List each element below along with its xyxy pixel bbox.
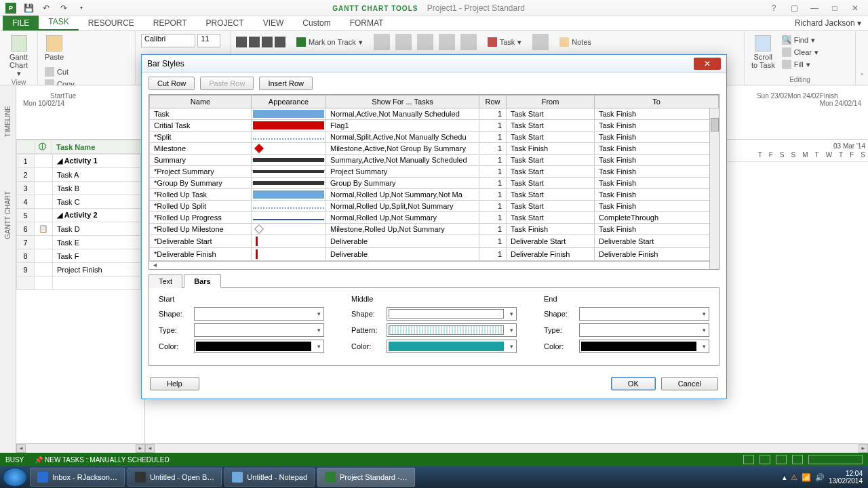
status-newtasks[interactable]: 📌 NEW TASKS : MANUALLY SCHEDULED	[35, 456, 170, 464]
tray-icon[interactable]: 🔊	[815, 473, 825, 482]
auto-sched-icon[interactable]	[395, 34, 412, 50]
taskbar-item-project[interactable]: Project Standard -…	[317, 468, 415, 487]
insert-row-button[interactable]: Insert Row	[259, 77, 313, 90]
undo-icon[interactable]: ↶	[41, 3, 52, 14]
tray-icon[interactable]: ⚠	[791, 473, 797, 482]
table-row[interactable]: 2 Task A	[17, 168, 141, 182]
tab-format[interactable]: FORMAT	[340, 16, 393, 30]
font-size-input[interactable]: 11	[197, 34, 220, 47]
table-row[interactable]: 8 Task F	[17, 249, 141, 263]
cancel-button[interactable]: Cancel	[661, 377, 718, 390]
tab-resource[interactable]: RESOURCE	[79, 16, 144, 30]
end-color-combo[interactable]	[579, 340, 709, 353]
redo-icon[interactable]: ↷	[58, 3, 69, 14]
middle-color-combo[interactable]	[387, 340, 517, 353]
close-icon[interactable]: ✕	[846, 3, 864, 14]
grid-row[interactable]: MilestoneMilestone,Active,Not Group By S…	[150, 143, 719, 155]
cut-button[interactable]: Cut	[43, 66, 108, 77]
qat-dropdown-icon[interactable]: ▾	[76, 3, 87, 14]
help-icon[interactable]: ?	[765, 3, 783, 14]
font-name-input[interactable]: Calibri	[141, 34, 195, 47]
start-button[interactable]	[3, 468, 27, 487]
ribbon-collapse-icon[interactable]: ˄	[856, 31, 868, 85]
schedule-icon[interactable]	[262, 37, 273, 47]
tray-icon[interactable]: ▴	[783, 473, 787, 482]
subtab-text[interactable]: Text	[149, 274, 182, 288]
paste-row-button[interactable]: Paste Row	[200, 77, 254, 90]
table-row[interactable]: 7 Task E	[17, 236, 141, 249]
ok-button[interactable]: OK	[611, 377, 656, 390]
table-row[interactable]: 1 ◢ Activity 1	[17, 155, 141, 168]
system-clock[interactable]: 12:04 13/02/2014	[829, 470, 863, 485]
table-hscroll[interactable]: ◄►	[16, 443, 145, 453]
grid-hscroll-left[interactable]: ◄	[149, 262, 161, 269]
taskbar-item-outlook[interactable]: Inbox - RJackson…	[30, 468, 125, 487]
grid-row[interactable]: *Deliverable StartDeliverable1Deliverabl…	[150, 235, 719, 248]
grid-row[interactable]: *Rolled Up MilestoneMilestone,Rolled Up,…	[150, 224, 719, 235]
grid-row[interactable]: Critial TaskFlag11Task StartTask Finish	[150, 120, 719, 131]
cut-row-button[interactable]: Cut Row	[149, 77, 195, 90]
scroll-to-task-button[interactable]: Scrollto Task	[750, 34, 776, 70]
grid-row[interactable]: *SplitNormal,Split,Active,Not Manually S…	[150, 131, 719, 143]
view-mode-3-icon[interactable]	[776, 455, 787, 464]
grid-row[interactable]: *Rolled Up ProgressNormal,Rolled Up,Not …	[150, 212, 719, 224]
start-shape-combo[interactable]	[194, 307, 324, 321]
gantt-hscroll[interactable]: ◄►	[145, 443, 868, 453]
start-color-combo[interactable]	[194, 340, 324, 353]
tab-custom[interactable]: Custom	[293, 16, 340, 30]
taskbar-item-app2[interactable]: Untitled - Open B…	[127, 468, 222, 487]
notes-button[interactable]: Notes	[558, 37, 593, 47]
grid-row[interactable]: *Rolled Up TaskNormal,Rolled Up,Not Summ…	[150, 189, 719, 201]
user-name[interactable]: Richard Jackson ▾	[788, 16, 868, 30]
table-row[interactable]: 5 ◢ Activity 2	[17, 209, 141, 222]
table-row[interactable]: 6 📋 Task D	[17, 222, 141, 236]
tab-view[interactable]: VIEW	[254, 16, 294, 30]
tab-task[interactable]: TASK	[39, 14, 78, 30]
mark-on-track-button[interactable]: Mark on Track ▾	[295, 37, 364, 47]
table-row[interactable]: 9 Project Finish	[17, 263, 141, 277]
paste-button[interactable]: Paste	[43, 34, 65, 62]
find-button[interactable]: 🔍Find ▾	[781, 35, 820, 45]
task-table[interactable]: ⓘTask Name 1 ◢ Activity 12 Task A3 Task …	[16, 140, 145, 443]
schedule-icon-2[interactable]	[275, 37, 285, 47]
clear-button[interactable]: Clear ▾	[781, 47, 820, 58]
grid-row[interactable]: TaskNormal,Active,Not Manually Scheduled…	[150, 108, 719, 120]
subtab-bars[interactable]: Bars	[184, 274, 220, 288]
grid-row[interactable]: *Project SummaryProject Summary1Task Sta…	[150, 166, 719, 178]
indent-right-icon[interactable]	[249, 37, 260, 47]
indent-left-icon[interactable]	[236, 37, 247, 47]
start-type-combo[interactable]	[194, 323, 324, 337]
file-tab[interactable]: FILE	[3, 16, 39, 30]
task-dropdown-button[interactable]: Task ▾	[486, 37, 524, 47]
zoom-slider[interactable]	[808, 455, 863, 464]
grid-row[interactable]: *Group By SummaryGroup By Summary1Task S…	[150, 178, 719, 189]
dialog-close-icon[interactable]: ✕	[694, 58, 721, 70]
grid-vscroll[interactable]	[709, 108, 719, 269]
grid-row[interactable]: *Deliverable FinishDeliverable1Deliverab…	[150, 248, 719, 261]
maximize-icon[interactable]: □	[826, 3, 844, 14]
tab-project[interactable]: PROJECT	[197, 16, 254, 30]
middle-pattern-combo[interactable]	[387, 323, 517, 337]
view-mode-4-icon[interactable]	[792, 455, 803, 464]
taskbar-item-notepad[interactable]: Untitled - Notepad	[224, 468, 315, 487]
tray-icon[interactable]: 📶	[802, 473, 811, 482]
ribbon-toggle-icon[interactable]: ▢	[785, 3, 803, 14]
mode-icon[interactable]	[460, 34, 477, 50]
help-button[interactable]: Help	[150, 377, 199, 390]
info-icon[interactable]	[532, 34, 549, 50]
end-type-combo[interactable]	[579, 323, 709, 337]
manual-sched-icon[interactable]	[374, 34, 390, 50]
tab-report[interactable]: REPORT	[144, 16, 197, 30]
bar-styles-grid[interactable]: Name Appearance Show For ... Tasks Row F…	[149, 94, 719, 270]
table-row[interactable]: 3 Task B	[17, 182, 141, 195]
table-row[interactable]: 4 Task C	[17, 195, 141, 209]
view-mode-1-icon[interactable]	[743, 455, 754, 464]
save-icon[interactable]: 💾	[23, 3, 34, 14]
minimize-icon[interactable]: —	[806, 3, 823, 14]
fill-button[interactable]: Fill ▾	[781, 59, 820, 70]
end-shape-combo[interactable]	[579, 307, 709, 321]
middle-shape-combo[interactable]	[387, 307, 517, 321]
move-icon[interactable]	[439, 34, 455, 50]
inspect-icon[interactable]	[417, 34, 433, 50]
gantt-chart-button[interactable]: GanttChart ▾	[5, 34, 32, 79]
